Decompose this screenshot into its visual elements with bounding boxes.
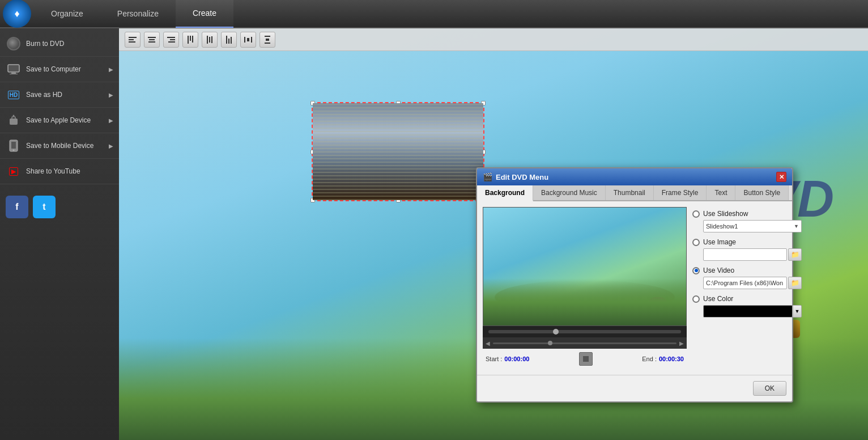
arrow-icon: ▶ <box>109 117 113 124</box>
svg-rect-32 <box>266 39 269 41</box>
align-right-button[interactable] <box>163 32 179 48</box>
video-preview-screen <box>483 207 687 326</box>
svg-rect-13 <box>149 39 155 40</box>
tab-personalize[interactable]: Personalize <box>100 0 176 28</box>
content-area: Pto DVD <box>119 28 868 440</box>
start-label: Start : <box>486 356 502 362</box>
sidebar-item-save-hd[interactable]: HD Save as HD ▶ <box>0 82 119 108</box>
svg-rect-9 <box>129 37 137 38</box>
use-image-browse-button[interactable]: 📁 <box>788 248 802 261</box>
use-video-radio[interactable] <box>692 267 700 274</box>
svg-rect-12 <box>148 37 156 38</box>
tab-thumbnail[interactable]: Thumbnail <box>606 185 654 200</box>
video-preview-panel: ◀ ▶ Start : 00:00:00 <box>483 207 687 369</box>
svg-rect-2 <box>10 74 18 74</box>
sidebar-item-save-mobile[interactable]: Save to Mobile Device ▶ <box>0 133 119 159</box>
svg-rect-11 <box>129 41 135 43</box>
scrub-left-arrow[interactable]: ◀ <box>486 340 490 346</box>
align-bottom-button[interactable] <box>221 32 237 48</box>
slideshow-dropdown[interactable]: Slideshow1 ▼ <box>703 220 802 232</box>
align-top-button[interactable] <box>182 32 198 48</box>
sidebar-item-burn-dvd[interactable]: Burn to DVD <box>0 31 119 57</box>
dialog-footer: OK <box>477 375 792 401</box>
use-color-radio[interactable] <box>692 295 700 303</box>
video-progress-thumb[interactable] <box>553 329 559 335</box>
use-slideshow-option: Use Slideshow Slideshow1 ▼ <box>692 210 802 232</box>
stop-button[interactable] <box>579 352 593 366</box>
top-navigation: ♦ Organize Personalize Create <box>0 0 868 28</box>
svg-rect-10 <box>129 39 134 40</box>
use-video-input[interactable] <box>703 277 787 289</box>
distribute-h-button[interactable] <box>240 32 256 48</box>
svg-rect-29 <box>247 38 249 41</box>
svg-rect-28 <box>251 37 252 43</box>
ok-button[interactable]: OK <box>753 381 786 396</box>
start-value: 00:00:00 <box>504 356 529 362</box>
twitter-button[interactable]: t <box>33 196 56 218</box>
align-middle-button[interactable] <box>202 32 218 48</box>
svg-rect-17 <box>168 41 175 43</box>
use-video-option: Use Video 📁 <box>692 266 802 289</box>
hd-icon: HD <box>6 87 22 103</box>
tab-text[interactable]: Text <box>707 185 735 200</box>
youtube-icon: ▶ <box>6 163 22 179</box>
svg-rect-1 <box>11 73 16 74</box>
options-panel: Use Slideshow Slideshow1 ▼ <box>692 207 802 369</box>
svg-rect-16 <box>170 39 175 40</box>
dvd-icon <box>6 36 22 52</box>
dialog-tabs: Background Background Music Thumbnail Fr… <box>477 185 792 201</box>
scrub-right-arrow[interactable]: ▶ <box>679 340 684 346</box>
video-frame[interactable] <box>312 102 484 201</box>
tab-background-music[interactable]: Background Music <box>533 185 606 200</box>
svg-rect-19 <box>190 36 191 41</box>
use-slideshow-label: Use Slideshow <box>703 210 748 218</box>
tab-frame-style[interactable]: Frame Style <box>654 185 707 200</box>
end-value: 00:00:30 <box>659 356 684 362</box>
apple-icon <box>6 112 22 128</box>
sidebar-item-share-youtube[interactable]: ▶ Share to YouTube <box>0 159 119 184</box>
arrow-icon: ▶ <box>109 143 113 149</box>
use-image-option: Use Image 📁 <box>692 238 802 261</box>
dropdown-arrow-icon: ▼ <box>794 223 799 229</box>
tab-organize[interactable]: Organize <box>34 0 100 28</box>
dialog-close-button[interactable]: ✕ <box>776 172 786 182</box>
use-image-label: Use Image <box>703 238 736 246</box>
video-scrubber: ◀ ▶ <box>483 337 687 349</box>
svg-rect-24 <box>226 36 227 44</box>
facebook-button[interactable]: f <box>6 196 28 218</box>
use-color-label: Use Color <box>703 295 733 303</box>
use-image-radio[interactable] <box>692 239 700 246</box>
edit-dvd-menu-dialog: 🎬 Edit DVD Menu ✕ Background Background … <box>476 167 793 403</box>
distribute-v-button[interactable] <box>259 32 275 48</box>
video-progress-bar[interactable] <box>488 330 681 333</box>
end-label: End : <box>642 356 657 362</box>
sidebar-item-save-computer[interactable]: Save to Computer ▶ <box>0 57 119 82</box>
sidebar-item-save-apple[interactable]: Save to Apple Device ▶ <box>0 108 119 133</box>
color-dropdown-button[interactable]: ▼ <box>793 305 802 318</box>
use-color-option: Use Color ▼ <box>692 295 802 318</box>
svg-rect-31 <box>265 43 270 44</box>
tab-create[interactable]: Create <box>176 0 233 28</box>
svg-rect-15 <box>167 37 175 38</box>
tab-background[interactable]: Background <box>477 185 533 201</box>
svg-point-8 <box>13 150 15 151</box>
use-image-input[interactable] <box>703 248 787 261</box>
color-swatch[interactable] <box>703 305 793 318</box>
app-logo: ♦ <box>3 0 31 28</box>
align-left-button[interactable] <box>125 32 141 48</box>
use-slideshow-radio[interactable] <box>692 210 700 218</box>
svg-rect-25 <box>228 39 229 44</box>
align-center-button[interactable] <box>144 32 160 48</box>
use-video-label: Use Video <box>703 266 734 274</box>
arrow-icon: ▶ <box>109 66 113 73</box>
toolbar <box>119 28 868 51</box>
dialog-body: ◀ ▶ Start : 00:00:00 <box>477 201 792 375</box>
svg-rect-4 <box>12 117 15 119</box>
svg-rect-26 <box>231 37 232 44</box>
use-video-browse-button[interactable]: 📁 <box>788 277 802 289</box>
svg-rect-14 <box>148 41 155 43</box>
tab-button-style[interactable]: Button Style <box>735 185 789 200</box>
svg-rect-21 <box>207 36 208 44</box>
dialog-icon: 🎬 <box>483 172 492 181</box>
dialog-title: Edit DVD Menu <box>496 173 548 181</box>
